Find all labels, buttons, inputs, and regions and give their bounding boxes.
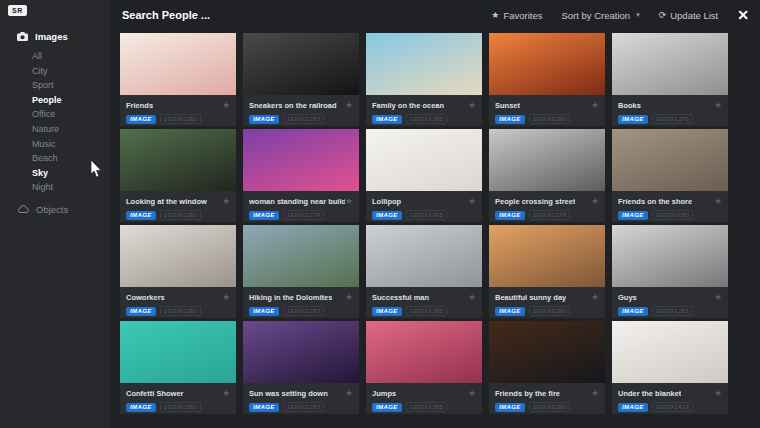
image-card[interactable]: Sneakers on the railroad ★ IMAGE 1920X12… [243,33,359,126]
image-title: Guys [618,293,637,302]
image-card[interactable]: Looking at the window ★ IMAGE 1920X1280 [120,129,236,222]
image-thumbnail[interactable] [120,225,236,287]
image-type-badge: IMAGE [249,115,279,124]
image-card[interactable]: Under the blanket ★ IMAGE 1920X1413 [612,321,728,414]
favorites-button[interactable]: ★ Favorites [491,10,542,21]
image-thumbnail[interactable] [120,33,236,95]
sidebar-item-all[interactable]: All [32,49,110,64]
card-footer: People crossing street ★ IMAGE 1920X1278 [489,191,605,220]
favorite-star-icon[interactable]: ★ [591,293,599,302]
image-card[interactable]: Confetti Shower ★ IMAGE 1920X1080 [120,321,236,414]
image-thumbnail[interactable] [489,129,605,191]
image-type-badge: IMAGE [618,403,648,412]
favorite-star-icon[interactable]: ★ [591,197,599,206]
favorite-star-icon[interactable]: ★ [345,389,353,398]
image-card[interactable]: Coworkers ★ IMAGE 1920X1280 [120,225,236,318]
image-title: Sneakers on the railroad [249,101,337,110]
image-thumbnail[interactable] [243,321,359,383]
image-thumbnail[interactable] [612,225,728,287]
image-card[interactable]: Friends on the shore ★ IMAGE 1920X1080 [612,129,728,222]
image-card[interactable]: Family on the ocean ★ IMAGE 1920X1280 [366,33,482,126]
sidebar-item-sky[interactable]: Sky [32,166,110,181]
image-thumbnail[interactable] [120,129,236,191]
favorite-star-icon[interactable]: ★ [222,101,230,110]
image-thumbnail[interactable] [366,129,482,191]
image-thumbnail[interactable] [243,129,359,191]
sidebar-item-city[interactable]: City [32,64,110,79]
sidebar-item-sport[interactable]: Sport [32,78,110,93]
sidebar-section-images[interactable]: Images [0,28,110,47]
favorite-star-icon[interactable]: ★ [468,389,476,398]
favorite-star-icon[interactable]: ★ [714,389,722,398]
favorite-star-icon[interactable]: ★ [591,389,599,398]
image-type-badge: IMAGE [126,115,156,124]
sidebar-item-beach[interactable]: Beach [32,151,110,166]
card-footer: Jumps ★ IMAGE 1920X1285 [366,383,482,412]
sort-dropdown[interactable]: Sort by Creation ▾ [561,10,639,21]
sidebar-nav: Images AllCitySportPeopleOfficeNatureMus… [0,28,110,220]
favorite-star-icon[interactable]: ★ [222,197,230,206]
image-card[interactable]: Beautiful sunny day ★ IMAGE 1920X1280 [489,225,605,318]
favorite-star-icon[interactable]: ★ [714,293,722,302]
image-card[interactable]: People crossing street ★ IMAGE 1920X1278 [489,129,605,222]
favorite-star-icon[interactable]: ★ [714,197,722,206]
image-title: Sun was setting down [249,389,328,398]
sort-label: Sort by Creation [561,10,630,21]
image-card[interactable]: Friends ★ IMAGE 1920X1282 [120,33,236,126]
sidebar-item-night[interactable]: Night [32,180,110,195]
favorite-star-icon[interactable]: ★ [345,101,353,110]
sidebar-section-label: Objects [36,204,68,215]
image-card[interactable]: Lollipop ★ IMAGE 1920X1395 [366,129,482,222]
image-thumbnail[interactable] [366,321,482,383]
card-footer: Family on the ocean ★ IMAGE 1920X1280 [366,95,482,124]
favorite-star-icon[interactable]: ★ [345,197,353,206]
favorite-star-icon[interactable]: ★ [468,293,476,302]
favorite-star-icon[interactable]: ★ [714,101,722,110]
sidebar-item-people[interactable]: People [32,93,110,108]
sidebar-image-items: AllCitySportPeopleOfficeNatureMusicBeach… [0,47,110,201]
image-card[interactable]: Sunset ★ IMAGE 1920X1280 [489,33,605,126]
image-thumbnail[interactable] [612,321,728,383]
image-card[interactable]: Jumps ★ IMAGE 1920X1285 [366,321,482,414]
update-list-button[interactable]: ⟳ Update List [659,10,719,21]
image-card[interactable]: Books ★ IMAGE 1920X1275 [612,33,728,126]
image-card[interactable]: Hiking in the Dolomites ★ IMAGE 1920X128… [243,225,359,318]
image-thumbnail[interactable] [366,225,482,287]
favorite-star-icon[interactable]: ★ [468,197,476,206]
image-type-badge: IMAGE [126,307,156,316]
favorite-star-icon[interactable]: ★ [222,293,230,302]
image-thumbnail[interactable] [243,33,359,95]
image-card[interactable]: woman standing near buildings ★ IMAGE 19… [243,129,359,222]
image-thumbnail[interactable] [120,321,236,383]
image-title: Friends [126,101,153,110]
image-thumbnail[interactable] [366,33,482,95]
favorite-star-icon[interactable]: ★ [468,101,476,110]
card-footer: Coworkers ★ IMAGE 1920X1280 [120,287,236,316]
image-thumbnail[interactable] [612,129,728,191]
image-thumbnail[interactable] [612,33,728,95]
favorite-star-icon[interactable]: ★ [591,101,599,110]
image-title: Coworkers [126,293,165,302]
sidebar-item-music[interactable]: Music [32,137,110,152]
search-query-label[interactable]: Search People ... [122,9,210,21]
sidebar-item-office[interactable]: Office [32,107,110,122]
favorite-star-icon[interactable]: ★ [222,389,230,398]
app-logo: SR [8,5,27,16]
card-footer: Sneakers on the railroad ★ IMAGE 1920X12… [243,95,359,124]
image-card[interactable]: Successful man ★ IMAGE 1920X1280 [366,225,482,318]
image-card[interactable]: Sun was setting down ★ IMAGE 1920X1280 [243,321,359,414]
favorite-star-icon[interactable]: ★ [345,293,353,302]
sidebar-section-objects[interactable]: Objects [0,201,110,220]
image-title: Successful man [372,293,429,302]
image-card[interactable]: Friends by the fire ★ IMAGE 1920X1280 [489,321,605,414]
image-thumbnail[interactable] [489,225,605,287]
image-type-badge: IMAGE [618,211,648,220]
image-thumbnail[interactable] [243,225,359,287]
sidebar-item-nature[interactable]: Nature [32,122,110,137]
card-footer: Successful man ★ IMAGE 1920X1280 [366,287,482,316]
topbar-controls: ★ Favorites Sort by Creation ▾ ⟳ Update … [491,8,749,22]
image-thumbnail[interactable] [489,33,605,95]
close-icon[interactable]: ✕ [737,8,749,22]
image-card[interactable]: Guys ★ IMAGE 1920X1281 [612,225,728,318]
image-thumbnail[interactable] [489,321,605,383]
